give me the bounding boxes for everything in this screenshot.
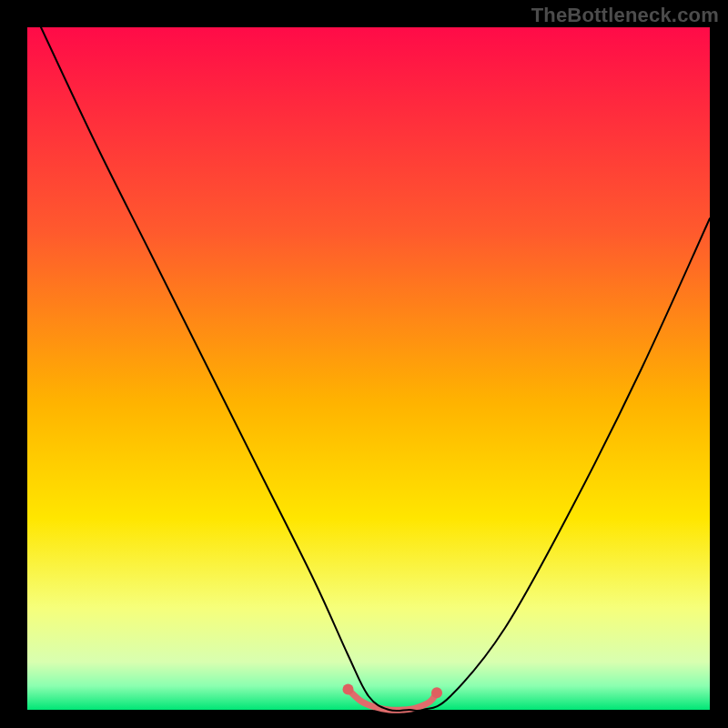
- trough-endpoint-dot: [343, 684, 354, 695]
- watermark-text: TheBottleneck.com: [531, 4, 719, 27]
- chart-stage: TheBottleneck.com: [0, 0, 728, 728]
- trough-endpoint-dot: [431, 687, 442, 698]
- plot-area: [27, 27, 710, 710]
- bottleneck-chart: [0, 0, 728, 728]
